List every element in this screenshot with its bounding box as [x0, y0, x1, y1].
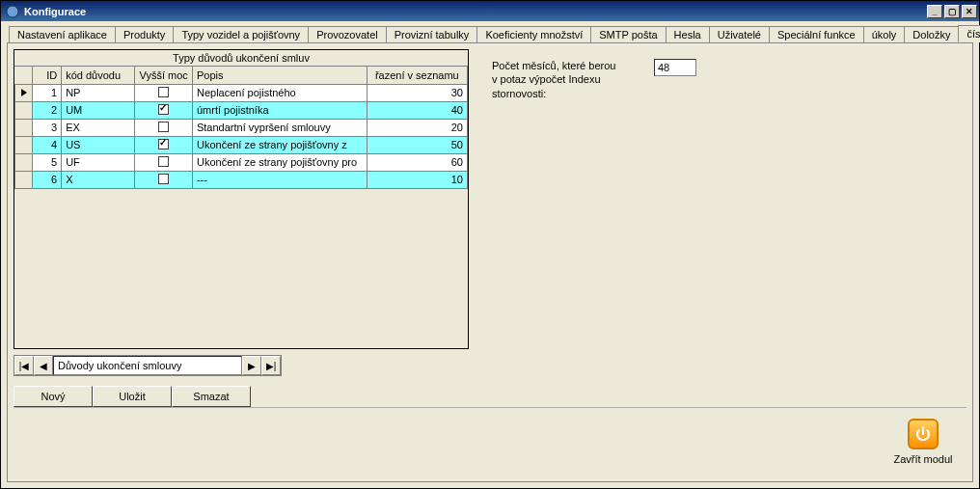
tab-3[interactable]: Provozovatel [308, 26, 387, 43]
footer: Zavřít modul [14, 407, 966, 475]
months-label: Počet měsíců, které berou v potaz výpoče… [492, 59, 646, 100]
table-row[interactable]: 2UMúmrtí pojistníka40 [15, 101, 468, 119]
nav-last-button[interactable]: ▶| [261, 356, 281, 375]
vm-checkbox[interactable] [158, 139, 169, 149]
table-row[interactable]: 4USUkončení ze strany pojišťovny z50 [15, 136, 468, 153]
tab-7[interactable]: Hesla [666, 26, 710, 43]
tab-0[interactable]: Nastavení aplikace [9, 26, 116, 43]
window-title: Konfigurace [24, 6, 927, 17]
nav-label: Důvody ukončení smlouvy [53, 356, 242, 375]
svg-point-0 [7, 6, 18, 17]
power-icon [908, 419, 939, 449]
tabstrip: Nastavení aplikaceProduktyTypy vozidel a… [1, 21, 979, 42]
tab-10[interactable]: úkoly [863, 26, 906, 43]
tab-page: Typy důvodů ukončení smluv ID kód důvodu… [7, 42, 973, 482]
grid-title: Typy důvodů ukončení smluv [14, 50, 468, 67]
vm-checkbox[interactable] [158, 87, 169, 97]
col-header-vm[interactable]: Vyšší moc [135, 67, 193, 84]
titlebar: Konfigurace _ ▢ ✕ [1, 1, 979, 21]
col-header-kod[interactable]: kód důvodu [62, 67, 135, 84]
vm-checkbox[interactable] [158, 174, 169, 184]
tab-4[interactable]: Provizní tabulky [386, 26, 478, 43]
tab-11[interactable]: Doložky [904, 26, 959, 43]
tab-9[interactable]: Speciální funkce [769, 26, 864, 43]
table-row[interactable]: 1NPNeplacení pojistného30 [15, 84, 468, 101]
col-header-popis[interactable]: Popis [192, 67, 367, 84]
row-pointer-icon [21, 89, 27, 96]
tab-5[interactable]: Koeficienty množství [476, 26, 591, 43]
close-module-label: Zavřít modul [893, 453, 952, 465]
app-icon [5, 4, 20, 19]
tab-8[interactable]: Uživatelé [709, 26, 770, 43]
months-input[interactable] [654, 59, 696, 76]
grid[interactable]: Typy důvodů ukončení smluv ID kód důvodu… [14, 49, 469, 349]
nav-first-button[interactable]: |◀ [14, 356, 34, 375]
tab-12[interactable]: číselníky ... [958, 25, 980, 42]
table-row[interactable]: 3EXStandartní vypršení smlouvy20 [15, 119, 468, 136]
minimize-button[interactable]: _ [927, 5, 942, 18]
tab-6[interactable]: SMTP pošta [590, 26, 666, 43]
vm-checkbox[interactable] [158, 156, 169, 167]
table-row[interactable]: 5UFUkončení ze strany pojišťovny pro60 [15, 153, 468, 171]
nav-next-button[interactable]: ▶ [242, 356, 261, 375]
table-row[interactable]: 6X---10 [15, 171, 468, 188]
close-module-button[interactable]: Zavřít modul [885, 414, 961, 470]
save-button[interactable]: Uložit [93, 386, 172, 407]
window: Konfigurace _ ▢ ✕ Nastavení aplikaceProd… [0, 0, 980, 489]
record-navigator: |◀ ◀ Důvody ukončení smlouvy ▶ ▶| [14, 355, 282, 376]
vm-checkbox[interactable] [158, 122, 169, 132]
tab-1[interactable]: Produkty [115, 26, 174, 43]
col-header-razeni[interactable]: řazení v seznamu [367, 67, 467, 84]
tab-2[interactable]: Typy vozidel a pojišťovny [173, 26, 309, 43]
nav-prev-button[interactable]: ◀ [34, 356, 53, 375]
col-header-id[interactable]: ID [33, 67, 62, 84]
maximize-button[interactable]: ▢ [944, 5, 960, 18]
vm-checkbox[interactable] [158, 104, 169, 115]
delete-button[interactable]: Smazat [172, 386, 251, 407]
close-button[interactable]: ✕ [962, 5, 977, 18]
new-button[interactable]: Nový [14, 386, 93, 407]
